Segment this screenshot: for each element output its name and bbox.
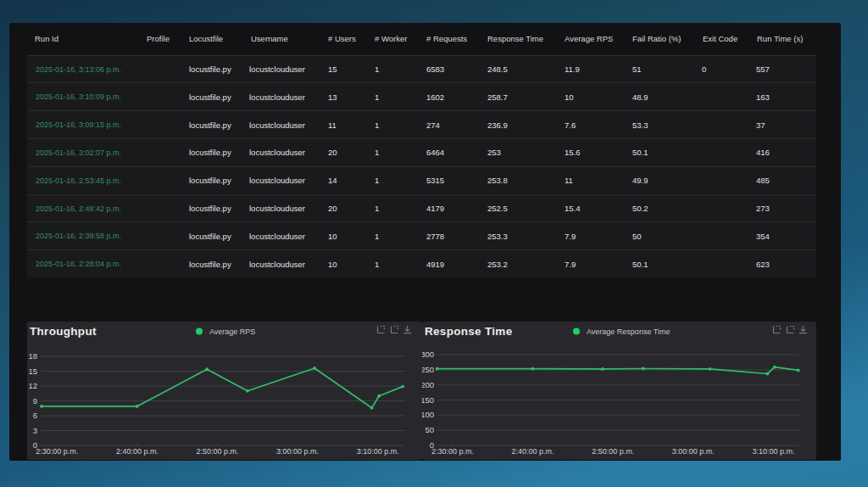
svg-text:2:50:00 p.m.: 2:50:00 p.m. <box>592 447 634 456</box>
svg-text:3:00:00 p.m.: 3:00:00 p.m. <box>276 447 319 456</box>
svg-text:Response Time: Response Time <box>425 325 513 338</box>
svg-text:2:40:00 p.m.: 2:40:00 p.m. <box>116 447 159 456</box>
svg-text:150: 150 <box>422 395 434 405</box>
svg-text:2:30:00 p.m.: 2:30:00 p.m. <box>431 447 474 456</box>
svg-text:3: 3 <box>33 426 37 435</box>
svg-text:200: 200 <box>422 380 434 389</box>
svg-text:3:10:00 p.m.: 3:10:00 p.m. <box>357 447 399 456</box>
svg-text:2:30:00 p.m.: 2:30:00 p.m. <box>36 447 78 456</box>
svg-text:300: 300 <box>422 350 434 359</box>
svg-text:Throughput: Throughput <box>30 325 97 338</box>
svg-text:Average RPS: Average RPS <box>209 327 255 336</box>
svg-text:3:10:00 p.m.: 3:10:00 p.m. <box>752 447 794 456</box>
svg-text:15: 15 <box>28 367 37 376</box>
svg-text:6: 6 <box>33 411 37 420</box>
svg-text:3:00:00 p.m.: 3:00:00 p.m. <box>672 447 715 456</box>
svg-text:Average Response Time: Average Response Time <box>587 327 670 336</box>
svg-text:2:40:00 p.m.: 2:40:00 p.m. <box>512 447 554 456</box>
svg-text:9: 9 <box>33 396 37 406</box>
svg-text:100: 100 <box>422 410 434 419</box>
svg-text:50: 50 <box>425 425 434 434</box>
svg-text:2:50:00 p.m.: 2:50:00 p.m. <box>196 447 238 456</box>
svg-text:18: 18 <box>28 351 37 361</box>
svg-text:250: 250 <box>422 365 434 374</box>
svg-text:12: 12 <box>28 381 37 390</box>
